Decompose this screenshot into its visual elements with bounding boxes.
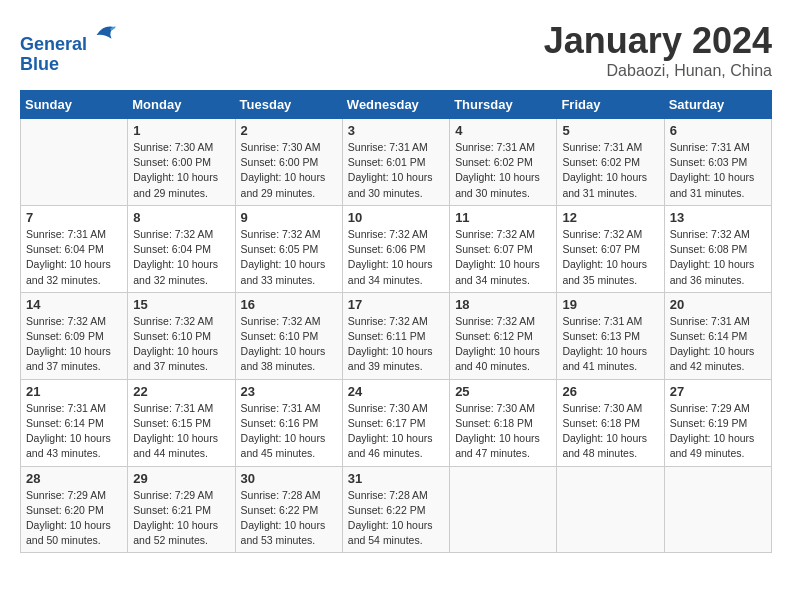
day-number: 14 — [26, 297, 122, 312]
day-info: Sunrise: 7:32 AM Sunset: 6:05 PM Dayligh… — [241, 227, 337, 288]
calendar-cell — [664, 466, 771, 553]
day-number: 8 — [133, 210, 229, 225]
calendar-cell: 6Sunrise: 7:31 AM Sunset: 6:03 PM Daylig… — [664, 119, 771, 206]
calendar-cell: 24Sunrise: 7:30 AM Sunset: 6:17 PM Dayli… — [342, 379, 449, 466]
day-info: Sunrise: 7:28 AM Sunset: 6:22 PM Dayligh… — [348, 488, 444, 549]
day-number: 17 — [348, 297, 444, 312]
header-day-thursday: Thursday — [450, 91, 557, 119]
day-number: 11 — [455, 210, 551, 225]
day-info: Sunrise: 7:31 AM Sunset: 6:02 PM Dayligh… — [455, 140, 551, 201]
day-info: Sunrise: 7:31 AM Sunset: 6:01 PM Dayligh… — [348, 140, 444, 201]
calendar-cell — [21, 119, 128, 206]
day-number: 16 — [241, 297, 337, 312]
calendar-cell: 9Sunrise: 7:32 AM Sunset: 6:05 PM Daylig… — [235, 205, 342, 292]
day-info: Sunrise: 7:30 AM Sunset: 6:00 PM Dayligh… — [241, 140, 337, 201]
day-info: Sunrise: 7:31 AM Sunset: 6:16 PM Dayligh… — [241, 401, 337, 462]
calendar-cell — [450, 466, 557, 553]
month-year-title: January 2024 — [544, 20, 772, 62]
week-row-3: 14Sunrise: 7:32 AM Sunset: 6:09 PM Dayli… — [21, 292, 772, 379]
day-info: Sunrise: 7:31 AM Sunset: 6:04 PM Dayligh… — [26, 227, 122, 288]
day-number: 19 — [562, 297, 658, 312]
calendar-cell — [557, 466, 664, 553]
day-number: 30 — [241, 471, 337, 486]
calendar-cell: 31Sunrise: 7:28 AM Sunset: 6:22 PM Dayli… — [342, 466, 449, 553]
day-number: 4 — [455, 123, 551, 138]
calendar-cell: 11Sunrise: 7:32 AM Sunset: 6:07 PM Dayli… — [450, 205, 557, 292]
day-number: 6 — [670, 123, 766, 138]
day-info: Sunrise: 7:32 AM Sunset: 6:12 PM Dayligh… — [455, 314, 551, 375]
calendar-cell: 16Sunrise: 7:32 AM Sunset: 6:10 PM Dayli… — [235, 292, 342, 379]
week-row-4: 21Sunrise: 7:31 AM Sunset: 6:14 PM Dayli… — [21, 379, 772, 466]
logo: General Blue — [20, 20, 119, 75]
header-day-wednesday: Wednesday — [342, 91, 449, 119]
logo-blue: Blue — [20, 54, 59, 74]
day-number: 1 — [133, 123, 229, 138]
header-day-sunday: Sunday — [21, 91, 128, 119]
day-number: 3 — [348, 123, 444, 138]
calendar-cell: 20Sunrise: 7:31 AM Sunset: 6:14 PM Dayli… — [664, 292, 771, 379]
day-info: Sunrise: 7:29 AM Sunset: 6:21 PM Dayligh… — [133, 488, 229, 549]
day-info: Sunrise: 7:29 AM Sunset: 6:20 PM Dayligh… — [26, 488, 122, 549]
day-number: 18 — [455, 297, 551, 312]
calendar-cell: 23Sunrise: 7:31 AM Sunset: 6:16 PM Dayli… — [235, 379, 342, 466]
day-info: Sunrise: 7:31 AM Sunset: 6:02 PM Dayligh… — [562, 140, 658, 201]
day-info: Sunrise: 7:30 AM Sunset: 6:18 PM Dayligh… — [455, 401, 551, 462]
day-number: 28 — [26, 471, 122, 486]
week-row-2: 7Sunrise: 7:31 AM Sunset: 6:04 PM Daylig… — [21, 205, 772, 292]
calendar-cell: 5Sunrise: 7:31 AM Sunset: 6:02 PM Daylig… — [557, 119, 664, 206]
day-number: 26 — [562, 384, 658, 399]
day-info: Sunrise: 7:31 AM Sunset: 6:14 PM Dayligh… — [670, 314, 766, 375]
calendar-cell: 15Sunrise: 7:32 AM Sunset: 6:10 PM Dayli… — [128, 292, 235, 379]
day-info: Sunrise: 7:29 AM Sunset: 6:19 PM Dayligh… — [670, 401, 766, 462]
calendar-cell: 30Sunrise: 7:28 AM Sunset: 6:22 PM Dayli… — [235, 466, 342, 553]
day-number: 10 — [348, 210, 444, 225]
calendar-cell: 18Sunrise: 7:32 AM Sunset: 6:12 PM Dayli… — [450, 292, 557, 379]
calendar-cell: 27Sunrise: 7:29 AM Sunset: 6:19 PM Dayli… — [664, 379, 771, 466]
day-info: Sunrise: 7:31 AM Sunset: 6:15 PM Dayligh… — [133, 401, 229, 462]
day-number: 12 — [562, 210, 658, 225]
header-day-saturday: Saturday — [664, 91, 771, 119]
week-row-1: 1Sunrise: 7:30 AM Sunset: 6:00 PM Daylig… — [21, 119, 772, 206]
day-info: Sunrise: 7:28 AM Sunset: 6:22 PM Dayligh… — [241, 488, 337, 549]
week-row-5: 28Sunrise: 7:29 AM Sunset: 6:20 PM Dayli… — [21, 466, 772, 553]
calendar-cell: 29Sunrise: 7:29 AM Sunset: 6:21 PM Dayli… — [128, 466, 235, 553]
logo-text: General Blue — [20, 20, 119, 75]
day-info: Sunrise: 7:32 AM Sunset: 6:10 PM Dayligh… — [133, 314, 229, 375]
day-info: Sunrise: 7:32 AM Sunset: 6:10 PM Dayligh… — [241, 314, 337, 375]
calendar-cell: 14Sunrise: 7:32 AM Sunset: 6:09 PM Dayli… — [21, 292, 128, 379]
day-number: 5 — [562, 123, 658, 138]
day-info: Sunrise: 7:30 AM Sunset: 6:18 PM Dayligh… — [562, 401, 658, 462]
calendar-cell: 12Sunrise: 7:32 AM Sunset: 6:07 PM Dayli… — [557, 205, 664, 292]
day-number: 27 — [670, 384, 766, 399]
day-number: 31 — [348, 471, 444, 486]
day-number: 22 — [133, 384, 229, 399]
day-info: Sunrise: 7:32 AM Sunset: 6:09 PM Dayligh… — [26, 314, 122, 375]
day-number: 15 — [133, 297, 229, 312]
day-number: 21 — [26, 384, 122, 399]
location-subtitle: Dabaozi, Hunan, China — [544, 62, 772, 80]
calendar-cell: 4Sunrise: 7:31 AM Sunset: 6:02 PM Daylig… — [450, 119, 557, 206]
page-header: General Blue January 2024 Dabaozi, Hunan… — [20, 20, 772, 80]
day-info: Sunrise: 7:31 AM Sunset: 6:14 PM Dayligh… — [26, 401, 122, 462]
day-info: Sunrise: 7:32 AM Sunset: 6:11 PM Dayligh… — [348, 314, 444, 375]
calendar-cell: 19Sunrise: 7:31 AM Sunset: 6:13 PM Dayli… — [557, 292, 664, 379]
logo-general: General — [20, 34, 87, 54]
logo-bird-icon — [89, 20, 119, 50]
day-info: Sunrise: 7:32 AM Sunset: 6:04 PM Dayligh… — [133, 227, 229, 288]
calendar-table: SundayMondayTuesdayWednesdayThursdayFrid… — [20, 90, 772, 553]
day-number: 24 — [348, 384, 444, 399]
header-day-friday: Friday — [557, 91, 664, 119]
day-number: 13 — [670, 210, 766, 225]
calendar-cell: 2Sunrise: 7:30 AM Sunset: 6:00 PM Daylig… — [235, 119, 342, 206]
calendar-cell: 28Sunrise: 7:29 AM Sunset: 6:20 PM Dayli… — [21, 466, 128, 553]
day-info: Sunrise: 7:30 AM Sunset: 6:00 PM Dayligh… — [133, 140, 229, 201]
day-number: 23 — [241, 384, 337, 399]
day-info: Sunrise: 7:32 AM Sunset: 6:06 PM Dayligh… — [348, 227, 444, 288]
title-block: January 2024 Dabaozi, Hunan, China — [544, 20, 772, 80]
day-info: Sunrise: 7:31 AM Sunset: 6:13 PM Dayligh… — [562, 314, 658, 375]
header-row: SundayMondayTuesdayWednesdayThursdayFrid… — [21, 91, 772, 119]
header-day-monday: Monday — [128, 91, 235, 119]
day-number: 25 — [455, 384, 551, 399]
day-info: Sunrise: 7:32 AM Sunset: 6:07 PM Dayligh… — [455, 227, 551, 288]
day-info: Sunrise: 7:32 AM Sunset: 6:08 PM Dayligh… — [670, 227, 766, 288]
